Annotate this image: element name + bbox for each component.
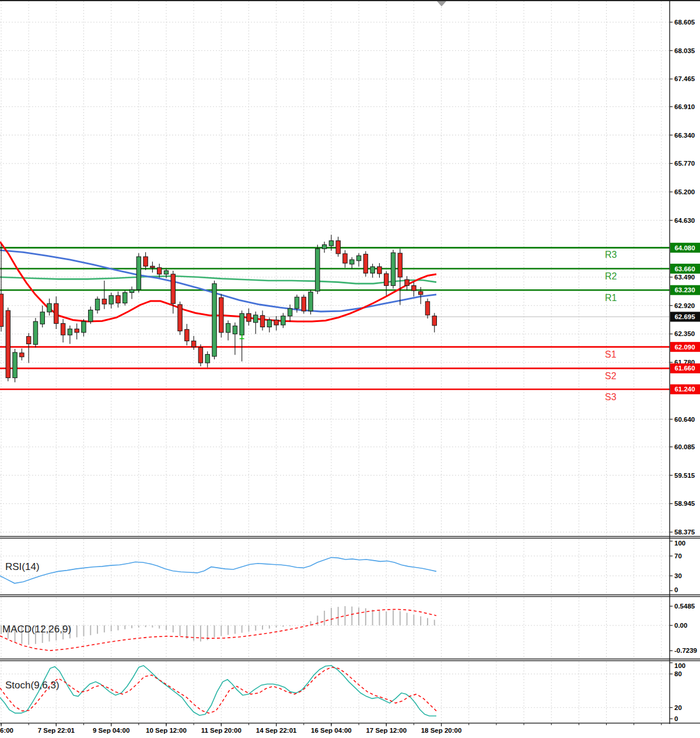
stoch-axis-label: 20: [674, 704, 682, 711]
bear-candle: [185, 330, 189, 341]
bull-candle: [164, 271, 168, 274]
date-label: 18 Sep 20:00: [421, 727, 462, 734]
bear-candle: [274, 320, 278, 326]
macd-axis-label: 0.5485: [674, 603, 695, 610]
bull-candle: [316, 249, 320, 291]
bear-candle: [343, 254, 347, 263]
chart-canvas[interactable]: 68.60568.03567.46566.91066.34065.77065.2…: [0, 0, 700, 738]
stoch-indicator-label: Stoch(9,6,3): [5, 680, 60, 691]
date-label: 7 Sep 22:01: [38, 727, 75, 734]
bear-candle: [425, 302, 429, 315]
rsi-line: [0, 558, 436, 583]
chart-frame: [0, 0, 700, 724]
date-label: 16 Sep 04:00: [311, 727, 352, 734]
bear-candle: [6, 310, 10, 377]
bear-candle: [54, 303, 58, 323]
price-axis: 68.60568.03567.46566.91066.34065.77065.2…: [670, 19, 700, 536]
price-badge-label: 61.240: [674, 386, 695, 393]
price-badge-label: 63.660: [674, 265, 695, 272]
bear-candle: [384, 274, 388, 286]
bear-candle: [191, 341, 195, 347]
date-label: 10 Sep 12:00: [146, 727, 187, 734]
bull-candle: [82, 321, 86, 333]
price-tick-label: 64.630: [674, 217, 695, 224]
bull-candle: [350, 260, 354, 264]
bear-candle: [144, 257, 148, 266]
bull-candle: [136, 257, 141, 289]
price-badge-label: 62.090: [674, 344, 695, 351]
moving-averages: [0, 242, 436, 321]
bull-candle: [281, 316, 285, 325]
price-tick-label: 58.945: [674, 500, 695, 507]
bear-candle: [412, 286, 416, 291]
bull-candle: [89, 310, 93, 321]
price-tick-label: 65.770: [674, 160, 695, 167]
bear-candle: [398, 253, 402, 277]
bull-candle: [47, 303, 51, 312]
level-label-r2: R2: [605, 271, 617, 282]
rsi-indicator-label: RSI(14): [5, 561, 40, 573]
bull-candle: [33, 321, 37, 344]
ma-blue-line: [0, 250, 436, 312]
price-badge-label: 63.230: [674, 286, 695, 293]
trading-chart-window: 68.60568.03567.46566.91066.34065.77065.2…: [0, 0, 700, 738]
price-tick-label: 60.640: [674, 416, 695, 423]
price-tick-label: 62.350: [674, 330, 695, 337]
bull-candle: [309, 292, 313, 311]
chart-shift-marker[interactable]: [437, 1, 446, 6]
bull-candle: [109, 296, 113, 305]
bull-candle: [240, 313, 244, 335]
bear-candle: [336, 241, 340, 254]
bull-candle: [13, 352, 17, 378]
bear-candle: [75, 329, 79, 333]
bull-candle: [288, 309, 292, 316]
price-tick-label: 68.035: [674, 47, 695, 54]
price-tick-label: 66.340: [674, 132, 695, 139]
indicator-axes: 100703000.54850.00-0.723910080200: [670, 540, 697, 722]
date-label: 17 Sep 12:00: [366, 727, 407, 734]
rsi-axis-label: 30: [674, 572, 682, 579]
bear-candle: [247, 313, 251, 321]
bear-candle: [116, 296, 120, 303]
bull-candle: [95, 299, 99, 310]
stoch-axis-label: 0: [674, 715, 678, 722]
price-badge-label: 61.660: [674, 365, 695, 372]
bull-candle: [254, 315, 258, 323]
bear-candle: [418, 292, 422, 295]
bull-candle: [212, 284, 216, 356]
bear-candle: [219, 298, 223, 333]
bear-candle: [302, 297, 306, 311]
bear-candle: [405, 279, 409, 285]
bull-candle: [295, 297, 299, 309]
macd-axis-label: -0.7239: [674, 647, 697, 654]
price-tick-label: 66.910: [674, 103, 695, 110]
rsi-axis-label: 100: [674, 540, 685, 547]
bear-candle: [20, 353, 24, 357]
bull-candle: [40, 312, 44, 324]
date-label: 11 Sep 20:00: [201, 727, 242, 734]
bull-candle: [267, 320, 271, 327]
bear-candle: [363, 254, 368, 273]
date-label: 9 Sep 04:00: [93, 727, 130, 734]
bear-candle: [171, 274, 175, 303]
bull-candle: [322, 244, 326, 249]
gridlines: [0, 1, 670, 722]
bull-candle: [123, 293, 127, 303]
price-tick-label: 58.375: [674, 529, 695, 536]
bull-candle: [68, 329, 72, 335]
bear-candle: [26, 337, 30, 344]
bull-candle: [130, 289, 134, 292]
macd-indicator-label: MACD(12,26,9): [2, 624, 71, 635]
stoch-axis-label: 80: [674, 670, 682, 677]
price-tick-label: 63.490: [674, 274, 695, 281]
stoch-axis-label: 100: [674, 662, 685, 669]
bear-candle: [432, 316, 436, 326]
price-badge-label: 64.080: [674, 244, 695, 251]
bear-candle: [61, 323, 65, 335]
stoch-k-line: [0, 666, 436, 716]
price-badge-label: 62.695: [674, 313, 695, 320]
bull-candle: [226, 323, 230, 332]
price-tick-label: 60.085: [674, 443, 695, 450]
price-tick-label: 65.200: [674, 188, 695, 195]
bear-candle: [260, 316, 264, 327]
